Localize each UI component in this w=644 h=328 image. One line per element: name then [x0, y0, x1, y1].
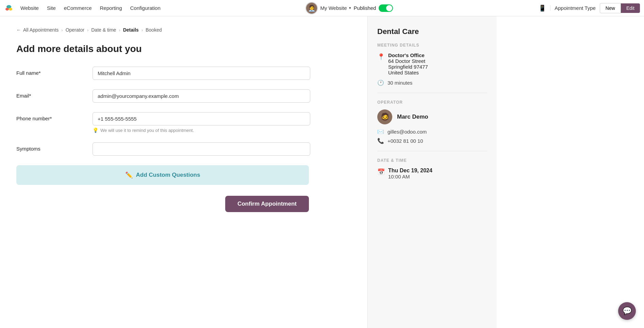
- meeting-duration: 🕐 30 minutes: [377, 80, 487, 86]
- operator-block: 🧔 Marc Demo ✉️ gilles@odoo.com 📞 +0032 8…: [377, 109, 487, 144]
- breadcrumb-sep-2: ›: [87, 28, 88, 33]
- lightbulb-icon: 💡: [93, 127, 98, 133]
- email-row: Email*: [16, 89, 351, 103]
- operator-name: Marc Demo: [397, 114, 428, 120]
- breadcrumb-sep-1: ›: [61, 28, 63, 33]
- breadcrumb: ← All Appointments › Operator › Date & t…: [16, 27, 351, 33]
- nav-ecommerce[interactable]: eCommerce: [61, 5, 95, 11]
- svg-point-2: [5, 8, 9, 11]
- phone-label: Phone number*: [16, 112, 84, 121]
- operator-label: OPERATOR: [377, 100, 487, 105]
- calendar-icon: 📅: [377, 168, 385, 176]
- meeting-location: 📍 Doctor's Office 64 Doctor Street Sprin…: [377, 52, 487, 75]
- confirm-btn-wrap: Confirm Appointment: [16, 196, 309, 212]
- chevron-down-icon: ▾: [349, 6, 351, 10]
- fullname-input[interactable]: [93, 67, 310, 80]
- breadcrumb-operator[interactable]: Operator: [66, 27, 84, 33]
- location-pin-icon: 📍: [377, 53, 385, 61]
- phone-row: Phone number* 💡 We will use it to remind…: [16, 112, 351, 133]
- right-sidebar: Dental Care MEETING DETAILS 📍 Doctor's O…: [367, 16, 497, 328]
- meeting-details-label: MEETING DETAILS: [377, 43, 487, 48]
- location-text: Doctor's Office 64 Doctor Street Springf…: [388, 52, 428, 75]
- symptoms-input[interactable]: [93, 142, 310, 156]
- published-area: Published: [354, 4, 393, 12]
- operator-avatar: 🧔: [377, 109, 392, 124]
- divider-2: [377, 151, 487, 151]
- sidebar-title: Dental Care: [377, 27, 487, 36]
- operator-email-row: ✉️ gilles@odoo.com: [377, 128, 487, 135]
- breadcrumb-sep-3: ›: [119, 28, 120, 33]
- nav-site[interactable]: Site: [44, 5, 59, 11]
- nav-website[interactable]: Website: [17, 5, 42, 11]
- divider-1: [377, 93, 487, 93]
- email-input-wrap: [93, 89, 310, 103]
- main-layout: ← All Appointments › Operator › Date & t…: [0, 16, 644, 328]
- topnav-right: 📱 Appointment Type New Edit: [534, 3, 640, 13]
- symptoms-row: Symptoms: [16, 142, 351, 156]
- website-selector[interactable]: My Website ▾: [320, 5, 351, 11]
- appointment-type-label: Appointment Type: [550, 5, 600, 11]
- user-avatar[interactable]: 🧑‍💼: [306, 2, 318, 14]
- back-arrow-icon: ←: [16, 27, 21, 33]
- chat-icon: 💬: [623, 307, 632, 315]
- breadcrumb-booked: Booked: [146, 27, 162, 33]
- symptoms-input-wrap: [93, 142, 310, 156]
- left-content: ← All Appointments › Operator › Date & t…: [0, 16, 367, 328]
- phone-icon: 📞: [377, 138, 384, 144]
- datetime-row: 📅 Thu Dec 19, 2024 10:00 AM: [377, 168, 487, 179]
- chat-bubble-button[interactable]: 💬: [618, 302, 636, 320]
- phone-input[interactable]: [93, 112, 310, 125]
- device-preview-icon[interactable]: 📱: [534, 4, 550, 12]
- meeting-details-block: 📍 Doctor's Office 64 Doctor Street Sprin…: [377, 52, 487, 86]
- email-label: Email*: [16, 89, 84, 99]
- back-all-appointments[interactable]: ← All Appointments: [16, 27, 59, 33]
- new-button[interactable]: New: [600, 3, 621, 13]
- fullname-row: Full name*: [16, 67, 351, 80]
- phone-input-wrap: 💡 We will use it to remind you of this a…: [93, 112, 310, 133]
- odoo-logo[interactable]: [4, 3, 14, 13]
- datetime-text: Thu Dec 19, 2024 10:00 AM: [388, 168, 432, 179]
- breadcrumb-sep-4: ›: [142, 28, 143, 33]
- form-title: Add more details about you: [16, 44, 351, 54]
- phone-hint: 💡 We will use it to remind you of this a…: [93, 127, 310, 133]
- topnav: Website Site eCommerce Reporting Configu…: [0, 0, 644, 16]
- datetime-label: DATE & TIME: [377, 158, 487, 163]
- email-icon: ✉️: [377, 128, 384, 135]
- svg-point-3: [9, 8, 12, 11]
- fullname-input-wrap: [93, 67, 310, 80]
- clock-icon: 🕐: [377, 80, 384, 86]
- edit-button[interactable]: Edit: [621, 3, 640, 13]
- datetime-block: 📅 Thu Dec 19, 2024 10:00 AM: [377, 168, 487, 179]
- symptoms-label: Symptoms: [16, 142, 84, 152]
- nav-configuration[interactable]: Configuration: [127, 5, 164, 11]
- published-toggle[interactable]: [379, 4, 393, 12]
- pencil-icon: ✏️: [125, 171, 133, 179]
- nav-reporting[interactable]: Reporting: [96, 5, 125, 11]
- toggle-knob: [386, 5, 392, 11]
- operator-name-row: 🧔 Marc Demo: [377, 109, 487, 124]
- confirm-appointment-button[interactable]: Confirm Appointment: [225, 196, 309, 212]
- email-input[interactable]: [93, 89, 310, 103]
- fullname-label: Full name*: [16, 67, 84, 76]
- breadcrumb-datetime[interactable]: Date & time: [91, 27, 116, 33]
- custom-questions-button[interactable]: ✏️ Add Custom Questions: [16, 165, 309, 185]
- operator-phone-row: 📞 +0032 81 00 10: [377, 138, 487, 144]
- breadcrumb-details[interactable]: Details: [123, 27, 139, 33]
